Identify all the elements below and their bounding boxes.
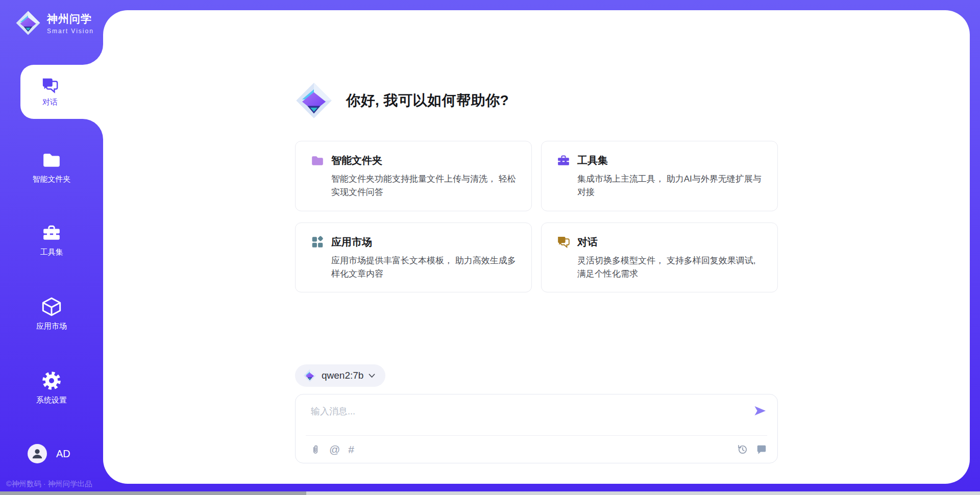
sidebar-item-app-market[interactable]: 应用市场	[0, 296, 103, 331]
chevron-down-icon	[369, 374, 375, 378]
cube-icon	[41, 296, 62, 317]
message-input-box: @ #	[295, 394, 778, 463]
send-icon[interactable]	[753, 404, 767, 418]
sidebar-item-settings[interactable]: 系统设置	[0, 370, 103, 405]
tab-fillet-bottom	[83, 119, 103, 139]
sidebar-item-smart-folder[interactable]: 智能文件夹	[0, 151, 103, 184]
greeting-title: 你好, 我可以如何帮助你?	[346, 91, 509, 110]
tab-fillet-top	[83, 44, 103, 65]
card-title: 智能文件夹	[331, 154, 382, 167]
gear-icon	[41, 370, 62, 391]
greeting: 你好, 我可以如何帮助你?	[295, 82, 778, 119]
card-title: 工具集	[577, 154, 608, 167]
feature-cards: 智能文件夹 智能文件夹功能支持批量文件上传与清洗， 轻松实现文件问答 工具集 集…	[295, 141, 778, 292]
app-subtitle: Smart Vision	[47, 28, 94, 35]
card-description: 智能文件夹功能支持批量文件上传与清洗， 轻松实现文件问答	[331, 172, 517, 200]
history-icon[interactable]	[737, 443, 748, 455]
card-toolset[interactable]: 工具集 集成市场上主流工具， 助力AI与外界无缝扩展与对接	[541, 141, 778, 211]
person-icon	[30, 446, 45, 461]
chat-bubbles-icon	[557, 235, 570, 249]
sidebar-item-label: 工具集	[40, 247, 63, 257]
chat-bubbles-icon	[41, 77, 59, 94]
avatar	[28, 444, 47, 463]
brand-diamond-icon	[295, 82, 333, 119]
message-square-icon[interactable]	[756, 444, 767, 455]
app-logo: 神州问学 Smart Vision	[15, 10, 94, 36]
user-account[interactable]: AD	[28, 444, 70, 463]
brand-diamond-icon	[303, 369, 316, 382]
folder-icon	[311, 154, 324, 167]
topic-icon[interactable]: #	[348, 444, 354, 455]
main-panel: 你好, 我可以如何帮助你? 智能文件夹 智能文件夹功能支持批量文件上传与清洗， …	[103, 10, 970, 484]
card-description: 集成市场上主流工具， 助力AI与外界无缝扩展与对接	[577, 172, 763, 200]
scrollbar-thumb[interactable]	[0, 491, 306, 495]
card-chat[interactable]: 对话 灵活切换多模型文件， 支持多样回复效果调试, 满足个性化需求	[541, 222, 778, 293]
sidebar: 神州问学 Smart Vision 对话 智能文件夹 工具集 应用市场 系统设置…	[0, 0, 103, 495]
model-name: qwen2:7b	[322, 370, 363, 381]
toolbox-icon	[42, 224, 61, 243]
mention-icon[interactable]: @	[329, 444, 340, 455]
copyright-text: ©神州数码 · 神州问学出品	[6, 479, 92, 489]
card-app-market[interactable]: 应用市场 应用市场提供丰富长文本模板， 助力高效生成多样化文章内容	[295, 222, 532, 293]
card-smart-folder[interactable]: 智能文件夹 智能文件夹功能支持批量文件上传与清洗， 轻松实现文件问答	[295, 141, 532, 211]
composer: qwen2:7b @ #	[295, 364, 778, 463]
dashboard-grid-icon	[311, 235, 324, 249]
user-name: AD	[56, 448, 70, 460]
toolbox-icon	[557, 154, 570, 167]
sidebar-item-chat[interactable]: 对话	[20, 65, 103, 119]
brand-diamond-icon	[15, 10, 41, 36]
sidebar-item-label: 智能文件夹	[33, 175, 71, 184]
card-title: 应用市场	[331, 235, 372, 249]
folder-icon	[42, 151, 61, 170]
sidebar-item-label: 系统设置	[36, 395, 67, 405]
card-description: 灵活切换多模型文件， 支持多样回复效果调试, 满足个性化需求	[577, 254, 763, 281]
attachment-icon[interactable]	[310, 443, 321, 456]
app-title: 神州问学	[47, 12, 94, 26]
message-input[interactable]	[311, 404, 742, 419]
sidebar-item-label: 对话	[42, 97, 58, 107]
card-description: 应用市场提供丰富长文本模板， 助力高效生成多样化文章内容	[331, 254, 517, 281]
model-selector[interactable]: qwen2:7b	[295, 364, 385, 387]
sidebar-item-toolset[interactable]: 工具集	[0, 224, 103, 257]
card-title: 对话	[577, 235, 598, 249]
sidebar-item-label: 应用市场	[36, 321, 67, 331]
horizontal-scrollbar[interactable]	[0, 491, 980, 495]
